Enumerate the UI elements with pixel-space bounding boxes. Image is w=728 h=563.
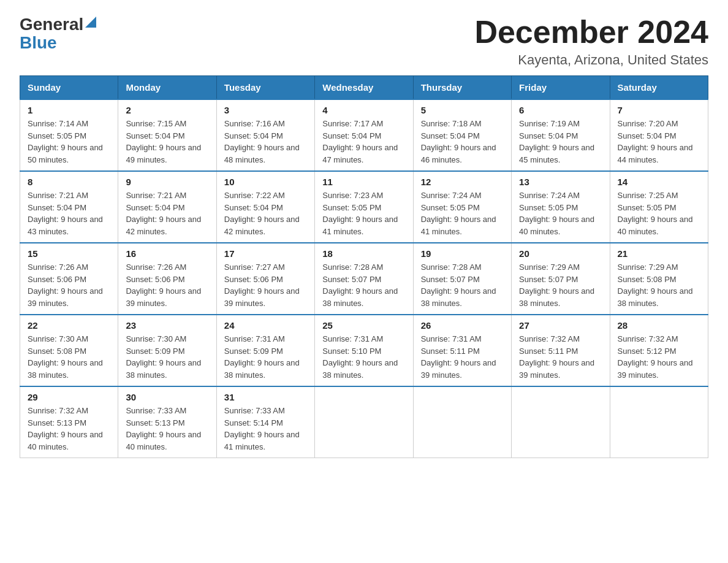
calendar-week-1: 1 Sunrise: 7:14 AMSunset: 5:05 PMDayligh… [20, 99, 708, 171]
day-number: 22 [28, 320, 110, 331]
table-row: 13 Sunrise: 7:24 AMSunset: 5:05 PMDaylig… [512, 171, 610, 243]
table-row: 16 Sunrise: 7:26 AMSunset: 5:06 PMDaylig… [118, 243, 216, 315]
header-thursday: Thursday [413, 76, 511, 100]
day-info: Sunrise: 7:17 AMSunset: 5:04 PMDaylight:… [322, 119, 398, 164]
header-wednesday: Wednesday [315, 76, 413, 100]
table-row: 18 Sunrise: 7:28 AMSunset: 5:07 PMDaylig… [315, 243, 413, 315]
table-row: 2 Sunrise: 7:15 AMSunset: 5:04 PMDayligh… [118, 99, 216, 171]
day-info: Sunrise: 7:30 AMSunset: 5:08 PMDaylight:… [28, 334, 103, 380]
day-info: Sunrise: 7:24 AMSunset: 5:05 PMDaylight:… [519, 191, 594, 236]
day-info: Sunrise: 7:30 AMSunset: 5:09 PMDaylight:… [126, 334, 201, 380]
table-row: 11 Sunrise: 7:23 AMSunset: 5:05 PMDaylig… [315, 171, 413, 243]
day-number: 28 [618, 320, 700, 331]
day-info: Sunrise: 7:14 AMSunset: 5:05 PMDaylight:… [28, 119, 103, 164]
table-row: 29 Sunrise: 7:32 AMSunset: 5:13 PMDaylig… [20, 386, 118, 458]
day-info: Sunrise: 7:31 AMSunset: 5:09 PMDaylight:… [224, 334, 300, 380]
header-saturday: Saturday [610, 76, 708, 100]
day-info: Sunrise: 7:27 AMSunset: 5:06 PMDaylight:… [224, 262, 300, 308]
header-tuesday: Tuesday [216, 76, 314, 100]
day-number: 21 [618, 248, 700, 259]
logo-general-text: General [20, 15, 83, 34]
day-info: Sunrise: 7:19 AMSunset: 5:04 PMDaylight:… [519, 119, 594, 164]
day-number: 29 [28, 392, 110, 402]
day-number: 12 [421, 177, 504, 187]
table-row: 5 Sunrise: 7:18 AMSunset: 5:04 PMDayligh… [413, 99, 511, 171]
table-row: 26 Sunrise: 7:31 AMSunset: 5:11 PMDaylig… [413, 315, 511, 386]
table-row: 19 Sunrise: 7:28 AMSunset: 5:07 PMDaylig… [413, 243, 511, 315]
logo-line1: General [20, 15, 96, 34]
calendar-week-2: 8 Sunrise: 7:21 AMSunset: 5:04 PMDayligh… [20, 171, 708, 243]
table-row: 7 Sunrise: 7:20 AMSunset: 5:04 PMDayligh… [610, 99, 708, 171]
day-number: 24 [224, 320, 307, 331]
day-info: Sunrise: 7:32 AMSunset: 5:12 PMDaylight:… [618, 334, 693, 380]
day-number: 4 [322, 105, 405, 115]
calendar-week-3: 15 Sunrise: 7:26 AMSunset: 5:06 PMDaylig… [20, 243, 708, 315]
table-row [413, 386, 511, 458]
table-row: 31 Sunrise: 7:33 AMSunset: 5:14 PMDaylig… [216, 386, 314, 458]
logo-blue-text: Blue [20, 34, 57, 52]
table-row: 6 Sunrise: 7:19 AMSunset: 5:04 PMDayligh… [512, 99, 610, 171]
day-info: Sunrise: 7:26 AMSunset: 5:06 PMDaylight:… [126, 262, 201, 308]
table-row: 12 Sunrise: 7:24 AMSunset: 5:05 PMDaylig… [413, 171, 511, 243]
day-info: Sunrise: 7:24 AMSunset: 5:05 PMDaylight:… [421, 191, 496, 236]
day-number: 16 [126, 248, 208, 259]
day-info: Sunrise: 7:28 AMSunset: 5:07 PMDaylight:… [322, 262, 398, 308]
table-row: 3 Sunrise: 7:16 AMSunset: 5:04 PMDayligh… [216, 99, 314, 171]
table-row: 22 Sunrise: 7:30 AMSunset: 5:08 PMDaylig… [20, 315, 118, 386]
day-number: 9 [126, 177, 208, 187]
day-number: 23 [126, 320, 208, 331]
day-number: 18 [322, 248, 405, 259]
location-subtitle: Kayenta, Arizona, United States [474, 52, 708, 68]
day-number: 25 [322, 320, 405, 331]
table-row: 27 Sunrise: 7:32 AMSunset: 5:11 PMDaylig… [512, 315, 610, 386]
day-number: 2 [126, 105, 208, 115]
day-number: 17 [224, 248, 307, 259]
table-row: 21 Sunrise: 7:29 AMSunset: 5:08 PMDaylig… [610, 243, 708, 315]
title-block: December 2024 Kayenta, Arizona, United S… [474, 15, 708, 68]
day-info: Sunrise: 7:23 AMSunset: 5:05 PMDaylight:… [322, 191, 398, 236]
calendar-header-row: Sunday Monday Tuesday Wednesday Thursday… [20, 76, 708, 100]
day-info: Sunrise: 7:31 AMSunset: 5:11 PMDaylight:… [421, 334, 496, 380]
day-info: Sunrise: 7:21 AMSunset: 5:04 PMDaylight:… [126, 191, 201, 236]
table-row: 14 Sunrise: 7:25 AMSunset: 5:05 PMDaylig… [610, 171, 708, 243]
calendar-table: Sunday Monday Tuesday Wednesday Thursday… [20, 75, 708, 458]
day-number: 3 [224, 105, 307, 115]
day-info: Sunrise: 7:28 AMSunset: 5:07 PMDaylight:… [421, 262, 496, 308]
day-number: 30 [126, 392, 208, 402]
table-row: 15 Sunrise: 7:26 AMSunset: 5:06 PMDaylig… [20, 243, 118, 315]
table-row [315, 386, 413, 458]
day-info: Sunrise: 7:33 AMSunset: 5:13 PMDaylight:… [126, 406, 201, 451]
day-number: 20 [519, 248, 602, 259]
day-info: Sunrise: 7:33 AMSunset: 5:14 PMDaylight:… [224, 406, 300, 451]
day-number: 14 [618, 177, 700, 187]
table-row: 17 Sunrise: 7:27 AMSunset: 5:06 PMDaylig… [216, 243, 314, 315]
day-number: 15 [28, 248, 110, 259]
day-number: 31 [224, 392, 307, 402]
day-info: Sunrise: 7:22 AMSunset: 5:04 PMDaylight:… [224, 191, 300, 236]
table-row: 8 Sunrise: 7:21 AMSunset: 5:04 PMDayligh… [20, 171, 118, 243]
table-row: 30 Sunrise: 7:33 AMSunset: 5:13 PMDaylig… [118, 386, 216, 458]
table-row: 28 Sunrise: 7:32 AMSunset: 5:12 PMDaylig… [610, 315, 708, 386]
day-info: Sunrise: 7:31 AMSunset: 5:10 PMDaylight:… [322, 334, 398, 380]
day-info: Sunrise: 7:25 AMSunset: 5:05 PMDaylight:… [618, 191, 693, 236]
day-number: 19 [421, 248, 504, 259]
calendar-week-5: 29 Sunrise: 7:32 AMSunset: 5:13 PMDaylig… [20, 386, 708, 458]
day-number: 10 [224, 177, 307, 187]
logo-triangle-icon [85, 17, 96, 30]
day-info: Sunrise: 7:32 AMSunset: 5:13 PMDaylight:… [28, 406, 103, 451]
main-title: December 2024 [474, 15, 708, 50]
day-number: 27 [519, 320, 602, 331]
header-monday: Monday [118, 76, 216, 100]
day-number: 8 [28, 177, 110, 187]
header-friday: Friday [512, 76, 610, 100]
table-row: 24 Sunrise: 7:31 AMSunset: 5:09 PMDaylig… [216, 315, 314, 386]
svg-marker-0 [85, 17, 96, 28]
day-info: Sunrise: 7:32 AMSunset: 5:11 PMDaylight:… [519, 334, 594, 380]
calendar-week-4: 22 Sunrise: 7:30 AMSunset: 5:08 PMDaylig… [20, 315, 708, 386]
table-row [610, 386, 708, 458]
day-number: 7 [618, 105, 700, 115]
table-row [512, 386, 610, 458]
table-row: 1 Sunrise: 7:14 AMSunset: 5:05 PMDayligh… [20, 99, 118, 171]
day-info: Sunrise: 7:20 AMSunset: 5:04 PMDaylight:… [618, 119, 693, 164]
day-info: Sunrise: 7:29 AMSunset: 5:07 PMDaylight:… [519, 262, 594, 308]
